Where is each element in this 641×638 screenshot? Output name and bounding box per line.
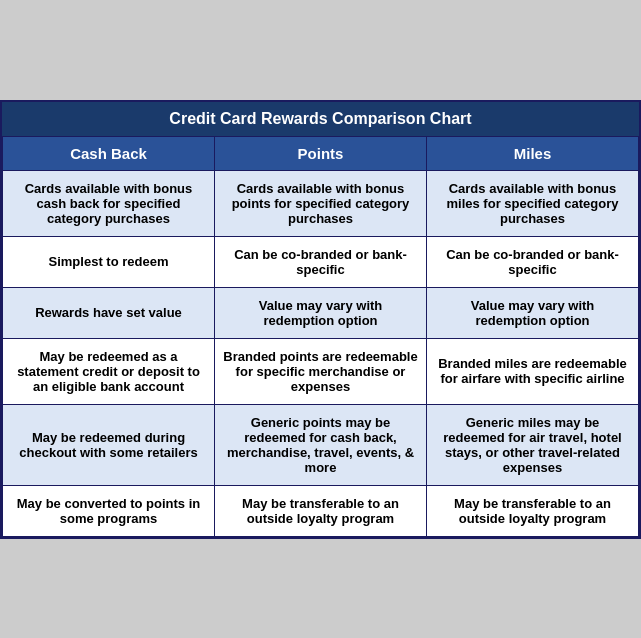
cell-row5-col2: May be transferable to an outside loyalt… <box>427 485 639 536</box>
column-header-row: Cash Back Points Miles <box>3 136 639 170</box>
table-row: May be redeemed as a statement credit or… <box>3 338 639 404</box>
column-header-miles: Miles <box>427 136 639 170</box>
cell-row2-col1: Value may vary with redemption option <box>215 287 427 338</box>
comparison-table: Cash Back Points Miles Cards available w… <box>2 136 639 537</box>
table-row: Simplest to redeemCan be co-branded or b… <box>3 236 639 287</box>
cell-row1-col1: Can be co-branded or bank-specific <box>215 236 427 287</box>
table-row: May be converted to points in some progr… <box>3 485 639 536</box>
cell-row2-col0: Rewards have set value <box>3 287 215 338</box>
cell-row0-col1: Cards available with bonus points for sp… <box>215 170 427 236</box>
cell-row3-col0: May be redeemed as a statement credit or… <box>3 338 215 404</box>
table-body: Cards available with bonus cash back for… <box>3 170 639 536</box>
cell-row4-col2: Generic miles may be redeemed for air tr… <box>427 404 639 485</box>
cell-row1-col2: Can be co-branded or bank-specific <box>427 236 639 287</box>
cell-row0-col2: Cards available with bonus miles for spe… <box>427 170 639 236</box>
table-row: Rewards have set valueValue may vary wit… <box>3 287 639 338</box>
column-header-cash-back: Cash Back <box>3 136 215 170</box>
cell-row0-col0: Cards available with bonus cash back for… <box>3 170 215 236</box>
cell-row5-col0: May be converted to points in some progr… <box>3 485 215 536</box>
table-row: Cards available with bonus cash back for… <box>3 170 639 236</box>
table-row: May be redeemed during checkout with som… <box>3 404 639 485</box>
cell-row2-col2: Value may vary with redemption option <box>427 287 639 338</box>
cell-row4-col0: May be redeemed during checkout with som… <box>3 404 215 485</box>
cell-row5-col1: May be transferable to an outside loyalt… <box>215 485 427 536</box>
comparison-chart: Credit Card Rewards Comparison Chart Cas… <box>0 100 641 539</box>
cell-row1-col0: Simplest to redeem <box>3 236 215 287</box>
cell-row3-col1: Branded points are redeemable for specif… <box>215 338 427 404</box>
chart-title: Credit Card Rewards Comparison Chart <box>2 102 639 136</box>
column-header-points: Points <box>215 136 427 170</box>
cell-row4-col1: Generic points may be redeemed for cash … <box>215 404 427 485</box>
cell-row3-col2: Branded miles are redeemable for airfare… <box>427 338 639 404</box>
